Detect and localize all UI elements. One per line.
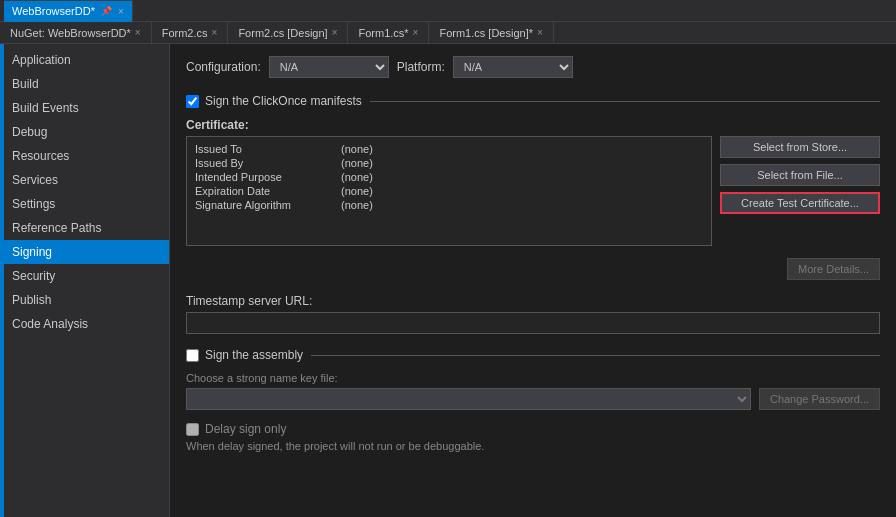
- tab-form1cs-close[interactable]: ×: [413, 27, 419, 38]
- cert-field-issued-by: Issued By: [195, 157, 325, 169]
- delay-sign-checkbox-label[interactable]: Delay sign only: [186, 422, 880, 436]
- title-bar: WebBrowserDD* 📌 ×: [0, 0, 896, 22]
- sign-manifests-checkbox-label[interactable]: Sign the ClickOnce manifests: [186, 94, 362, 108]
- strong-name-row: Change Password...: [186, 388, 880, 410]
- sidebar-item-signing[interactable]: Signing: [0, 240, 169, 264]
- tab-nuget[interactable]: NuGet: WebBrowserDD* ×: [0, 22, 152, 44]
- more-details-row: More Details...: [186, 258, 880, 280]
- cert-row-issued-to: Issued To (none): [195, 143, 703, 155]
- cert-value-issued-to: (none): [341, 143, 373, 155]
- timestamp-section: Timestamp server URL:: [186, 294, 880, 334]
- tab-form1cs-label: Form1.cs*: [358, 27, 408, 39]
- delay-sign-section: Delay sign only When delay signed, the p…: [186, 422, 880, 452]
- cert-value-expiration-date: (none): [341, 185, 373, 197]
- more-details-button: More Details...: [787, 258, 880, 280]
- tab-form2-design-label: Form2.cs [Design]: [238, 27, 327, 39]
- sidebar-item-code-analysis[interactable]: Code Analysis: [0, 312, 169, 336]
- tab-form2cs-label: Form2.cs: [162, 27, 208, 39]
- delay-sign-checkbox[interactable]: [186, 423, 199, 436]
- config-label: Configuration:: [186, 60, 261, 74]
- platform-select[interactable]: N/A: [453, 56, 573, 78]
- cert-layout: Issued To (none) Issued By (none) Intend…: [186, 136, 880, 246]
- cert-field-expiration-date: Expiration Date: [195, 185, 325, 197]
- sign-manifests-checkbox[interactable]: [186, 95, 199, 108]
- select-from-file-button[interactable]: Select from File...: [720, 164, 880, 186]
- content-area: Configuration: N/A Platform: N/A Sign th…: [170, 44, 896, 517]
- sign-manifests-section: Sign the ClickOnce manifests: [186, 94, 880, 108]
- platform-label: Platform:: [397, 60, 445, 74]
- cert-row-signature-algorithm: Signature Algorithm (none): [195, 199, 703, 211]
- sign-manifests-divider: [370, 101, 880, 102]
- cert-row-expiration-date: Expiration Date (none): [195, 185, 703, 197]
- tab-form2-design[interactable]: Form2.cs [Design] ×: [228, 22, 348, 44]
- tab-nuget-close[interactable]: ×: [135, 27, 141, 38]
- config-select[interactable]: N/A: [269, 56, 389, 78]
- sidebar: Application Build Build Events Debug Res…: [0, 44, 170, 517]
- sidebar-item-build-events[interactable]: Build Events: [0, 96, 169, 120]
- sidebar-item-debug[interactable]: Debug: [0, 120, 169, 144]
- sign-assembly-label: Sign the assembly: [205, 348, 303, 362]
- cert-field-issued-to: Issued To: [195, 143, 325, 155]
- select-from-store-button[interactable]: Select from Store...: [720, 136, 880, 158]
- cert-field-signature-algorithm: Signature Algorithm: [195, 199, 325, 211]
- delay-warning: When delay signed, the project will not …: [186, 440, 880, 452]
- sign-assembly-checkbox[interactable]: [186, 349, 199, 362]
- tab-nuget-label: NuGet: WebBrowserDD*: [10, 27, 131, 39]
- tab-form1-design-label: Form1.cs [Design]*: [439, 27, 533, 39]
- main-layout: Application Build Build Events Debug Res…: [0, 44, 896, 517]
- sidebar-item-settings[interactable]: Settings: [0, 192, 169, 216]
- config-row: Configuration: N/A Platform: N/A: [186, 56, 880, 78]
- tab-form2cs-close[interactable]: ×: [212, 27, 218, 38]
- tab-form1cs[interactable]: Form1.cs* ×: [348, 22, 429, 44]
- strong-name-label: Choose a strong name key file:: [186, 372, 880, 384]
- doc-tabs-row: NuGet: WebBrowserDD* × Form2.cs × Form2.…: [0, 22, 896, 44]
- certificate-label: Certificate:: [186, 118, 880, 132]
- sign-assembly-header: Sign the assembly: [186, 348, 880, 362]
- sign-assembly-checkbox-label[interactable]: Sign the assembly: [186, 348, 303, 362]
- close-tab-icon[interactable]: ×: [118, 6, 124, 17]
- cert-buttons: Select from Store... Select from File...…: [720, 136, 880, 214]
- certificate-section: Certificate: Issued To (none) Issued By …: [186, 118, 880, 246]
- cert-row-intended-purpose: Intended Purpose (none): [195, 171, 703, 183]
- cert-value-intended-purpose: (none): [341, 171, 373, 183]
- cert-field-intended-purpose: Intended Purpose: [195, 171, 325, 183]
- project-tab[interactable]: WebBrowserDD* 📌 ×: [4, 0, 133, 22]
- delay-sign-label: Delay sign only: [205, 422, 286, 436]
- tab-form2-design-close[interactable]: ×: [332, 27, 338, 38]
- sidebar-item-services[interactable]: Services: [0, 168, 169, 192]
- tab-form1-design[interactable]: Form1.cs [Design]* ×: [429, 22, 553, 44]
- cert-box: Issued To (none) Issued By (none) Intend…: [186, 136, 712, 246]
- sidebar-item-security[interactable]: Security: [0, 264, 169, 288]
- tab-form1-design-close[interactable]: ×: [537, 27, 543, 38]
- sidebar-item-reference-paths[interactable]: Reference Paths: [0, 216, 169, 240]
- change-password-button: Change Password...: [759, 388, 880, 410]
- sidebar-item-application[interactable]: Application: [0, 48, 169, 72]
- cert-value-signature-algorithm: (none): [341, 199, 373, 211]
- project-tab-label: WebBrowserDD*: [12, 5, 95, 17]
- cert-row-issued-by: Issued By (none): [195, 157, 703, 169]
- sign-assembly-divider: [311, 355, 880, 356]
- sign-assembly-section: Sign the assembly Choose a strong name k…: [186, 348, 880, 452]
- timestamp-input[interactable]: [186, 312, 880, 334]
- sidebar-item-publish[interactable]: Publish: [0, 288, 169, 312]
- create-test-certificate-button[interactable]: Create Test Certificate...: [720, 192, 880, 214]
- cert-value-issued-by: (none): [341, 157, 373, 169]
- sign-manifests-label: Sign the ClickOnce manifests: [205, 94, 362, 108]
- sidebar-item-resources[interactable]: Resources: [0, 144, 169, 168]
- timestamp-label: Timestamp server URL:: [186, 294, 880, 308]
- tab-form2cs[interactable]: Form2.cs ×: [152, 22, 229, 44]
- strong-name-select[interactable]: [186, 388, 751, 410]
- pin-icon[interactable]: 📌: [101, 6, 112, 16]
- sidebar-item-build[interactable]: Build: [0, 72, 169, 96]
